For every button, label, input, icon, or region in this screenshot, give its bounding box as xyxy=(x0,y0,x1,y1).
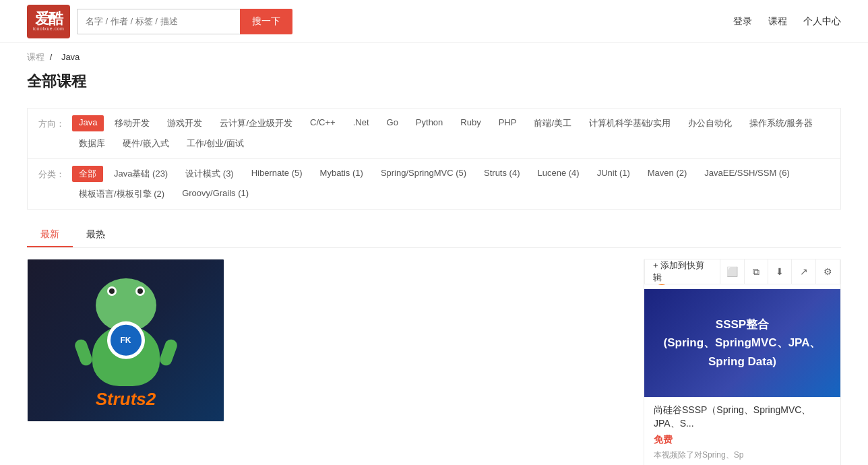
header: 爱酷 icoolxue.com 搜一下 登录 课程 个人中心 xyxy=(0,0,868,43)
category-tag[interactable]: Spring/SpringMVC (5) xyxy=(374,166,473,182)
course-name-sssp: 尚硅谷SSSP（Spring、SpringMVC、JPA、S... xyxy=(654,404,831,430)
sort-tab[interactable]: 最热 xyxy=(73,223,119,247)
expand-icon-button[interactable]: ⧉ xyxy=(745,259,768,284)
direction-filter-row: 方向： Java移动开发游戏开发云计算/企业级开发C/C++.NetGoPyth… xyxy=(28,108,840,159)
direction-tag[interactable]: 工作/创业/面试 xyxy=(180,135,251,152)
category-tag[interactable]: Java基础 (23) xyxy=(107,166,175,182)
direction-tag[interactable]: 游戏开发 xyxy=(160,115,209,131)
breadcrumb-home[interactable]: 课程 xyxy=(27,52,44,62)
category-filter-row: 分类： 全部Java基础 (23)设计模式 (3)Hibernate (5)My… xyxy=(28,159,840,209)
category-tag[interactable]: 全部 xyxy=(72,166,103,182)
course-info-sssp: 尚硅谷SSSP（Spring、SpringMVC、JPA、S... 免费 本视频… xyxy=(644,397,840,465)
course-desc-sssp: 本视频除了对Spring、Sp xyxy=(654,449,831,461)
category-tags: 全部Java基础 (23)设计模式 (3)Hibernate (5)Mybati… xyxy=(72,166,830,202)
direction-tag[interactable]: 前端/美工 xyxy=(527,115,578,131)
nav-profile[interactable]: 个人中心 xyxy=(803,16,841,28)
course-thumbnail-struts2: FK Struts2 xyxy=(28,259,224,421)
sssp-img-title: SSSP整合(Spring、SpringMVC、JPA、Spring Data) xyxy=(658,315,827,371)
course-toolbar: + 添加到快剪辑 ⬜ ⧉ ⬇ ↗ ⚙ xyxy=(644,259,840,284)
course-price-sssp: 免费 xyxy=(654,434,831,446)
category-tag[interactable]: Lucene (4) xyxy=(531,166,586,182)
share-icon-button[interactable]: ↗ xyxy=(792,259,815,284)
direction-tag[interactable]: Go xyxy=(380,115,405,131)
direction-tag[interactable]: Ruby xyxy=(454,115,487,131)
breadcrumb-sep: / xyxy=(50,52,53,62)
category-tag[interactable]: Struts (4) xyxy=(477,166,526,182)
direction-tag[interactable]: Java xyxy=(72,115,104,131)
course-thumbnail-sssp: SSSP整合(Spring、SpringMVC、JPA、Spring Data) xyxy=(644,289,840,397)
direction-tag[interactable]: Python xyxy=(409,115,450,131)
nav-login[interactable]: 登录 xyxy=(733,16,752,28)
direction-tag[interactable]: C/C++ xyxy=(303,115,342,131)
direction-tags: Java移动开发游戏开发云计算/企业级开发C/C++.NetGoPythonRu… xyxy=(72,115,830,152)
direction-tag[interactable]: PHP xyxy=(492,115,524,131)
direction-tag[interactable]: 办公自动化 xyxy=(681,115,739,131)
copy-icon-button[interactable]: ⬜ xyxy=(720,259,744,284)
sort-tab[interactable]: 最新 xyxy=(27,223,73,247)
category-tag[interactable]: 设计模式 (3) xyxy=(179,166,241,182)
category-tag[interactable]: Hibernate (5) xyxy=(245,166,309,182)
category-tag[interactable]: JavaEE/SSH/SSM (6) xyxy=(698,166,796,182)
direction-tag[interactable]: .Net xyxy=(346,115,376,131)
direction-tag[interactable]: 数据库 xyxy=(72,135,112,152)
sort-bar: 最新最热 xyxy=(27,223,841,248)
breadcrumb-current: Java xyxy=(61,52,80,62)
main-content: 全部课程 方向： Java移动开发游戏开发云计算/企业级开发C/C++.NetG… xyxy=(0,71,868,465)
course-card-sssp[interactable]: + 添加到快剪辑 ⬜ ⧉ ⬇ ↗ ⚙ 硅 尚硅谷 SSSP整合(Spring、S… xyxy=(644,259,841,465)
direction-label: 方向： xyxy=(38,115,72,130)
direction-tag[interactable]: 云计算/企业级开发 xyxy=(213,115,299,131)
category-tag[interactable]: Groovy/Grails (1) xyxy=(175,186,255,202)
logo[interactable]: 爱酷 icoolxue.com xyxy=(27,5,70,38)
add-to-quickclip-button[interactable]: + 添加到快剪辑 xyxy=(645,259,720,284)
breadcrumb: 课程 / Java xyxy=(0,43,868,71)
nav-courses[interactable]: 课程 xyxy=(768,16,787,28)
nav-right: 登录 课程 个人中心 xyxy=(733,16,841,28)
course-card-struts2[interactable]: FK Struts2 xyxy=(27,259,224,422)
search-area: 搜一下 xyxy=(77,9,292,34)
filter-section: 方向： Java移动开发游戏开发云计算/企业级开发C/C++.NetGoPyth… xyxy=(27,108,841,210)
category-tag[interactable]: 模板语言/模板引擎 (2) xyxy=(72,186,171,202)
direction-tag[interactable]: 操作系统/服务器 xyxy=(743,115,820,131)
direction-tag[interactable]: 硬件/嵌入式 xyxy=(116,135,176,152)
struts2-title: Struts2 xyxy=(96,389,156,410)
category-tag[interactable]: Mybatis (1) xyxy=(313,166,370,182)
category-tag[interactable]: JUnit (1) xyxy=(590,166,637,182)
settings-icon-button[interactable]: ⚙ xyxy=(816,259,840,284)
search-input[interactable] xyxy=(77,9,240,34)
page-title: 全部课程 xyxy=(27,71,841,92)
logo-icon: 爱酷 icoolxue.com xyxy=(27,5,70,38)
search-button[interactable]: 搜一下 xyxy=(240,9,292,34)
category-label: 分类： xyxy=(38,166,72,181)
download-icon-button[interactable]: ⬇ xyxy=(768,259,792,284)
direction-tag[interactable]: 移动开发 xyxy=(108,115,156,131)
direction-tag[interactable]: 计算机科学基础/实用 xyxy=(582,115,677,131)
category-tag[interactable]: Maven (2) xyxy=(641,166,694,182)
